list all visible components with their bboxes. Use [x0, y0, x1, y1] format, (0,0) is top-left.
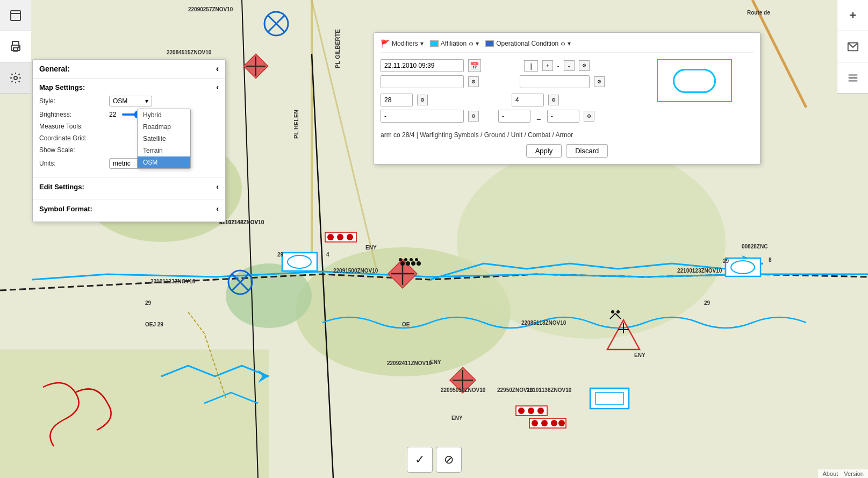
measure-row: Measure Tools:	[39, 123, 219, 130]
svg-point-52	[399, 258, 402, 261]
svg-point-12	[288, 255, 311, 268]
svg-text:PL HELEN: PL HELEN	[293, 110, 299, 139]
datetime-row: 22.11.2010 09:39 📅 | + - - ⚙	[381, 59, 630, 72]
list-button[interactable]	[837, 62, 868, 94]
map-settings-header[interactable]: Map Settings: ‹	[39, 83, 219, 91]
map-label-3: 22101123ZNOV10	[150, 279, 195, 284]
confirm-button[interactable]: ✓	[407, 447, 433, 473]
dropdown-osm[interactable]: OSM	[138, 156, 190, 168]
num-29d: 29	[723, 258, 729, 264]
settings-button[interactable]	[0, 62, 31, 94]
affiliation-label: Affiliation	[441, 40, 467, 47]
map-label-11: 00828ZNC	[742, 244, 767, 249]
map-label-6: 22085118ZNOV10	[521, 320, 566, 326]
discard-button[interactable]: Discard	[566, 144, 608, 158]
scale-label: Show Scale:	[39, 146, 109, 154]
version-link[interactable]: Version	[844, 470, 864, 477]
panel-title: General:	[39, 65, 70, 73]
about-link[interactable]: About	[822, 470, 838, 477]
dropdown-satellite[interactable]: Satellite	[138, 133, 190, 145]
operational-tool[interactable]: Operational Condition ⚙ ▾	[485, 40, 571, 47]
action-buttons: Apply Discard	[381, 144, 754, 158]
operational-dropdown[interactable]: ▾	[568, 40, 571, 47]
coord-label: Coordinate Grid:	[39, 134, 109, 142]
plus-adj-1[interactable]: +	[542, 60, 553, 71]
brightness-label: Brightness:	[39, 111, 109, 118]
eny-4: ENY	[451, 415, 463, 421]
units-row: Units: metric ▾	[39, 158, 219, 169]
svg-point-34	[337, 234, 343, 240]
modifiers-dropdown[interactable]: ▾	[420, 40, 424, 47]
spacer1	[501, 62, 509, 70]
map-settings-collapse[interactable]: ‹	[216, 83, 219, 91]
field-2a[interactable]	[381, 75, 464, 88]
small-adj-1[interactable]: ⚙	[579, 60, 590, 71]
dropdown-roadmap[interactable]: Roadmap	[138, 121, 190, 133]
symbol-format-header[interactable]: Symbol Format: ‹	[39, 204, 219, 213]
calendar-button[interactable]: 📅	[468, 59, 481, 72]
cancel-button[interactable]: ⊘	[436, 447, 462, 473]
new-window-button[interactable]	[0, 0, 31, 31]
edit-settings-header[interactable]: Edit Settings: ‹	[39, 182, 219, 191]
style-select[interactable]: OSM ▾	[109, 96, 152, 106]
minus-adj-1[interactable]: -	[564, 60, 575, 71]
quantity-input[interactable]: 28	[381, 94, 413, 106]
svg-text:PL GILBERTE: PL GILBERTE	[334, 29, 341, 68]
style-row: Style: OSM ▾	[39, 96, 219, 106]
plus-button[interactable]: +	[837, 0, 868, 31]
affiliation-setting[interactable]: ⚙	[469, 41, 474, 47]
dash-field-2[interactable]: -	[498, 110, 530, 123]
svg-point-69	[14, 76, 17, 80]
adj-2a[interactable]: ⚙	[468, 76, 479, 87]
symbol-shape	[673, 69, 716, 93]
mail-button[interactable]	[837, 31, 868, 62]
map-label-5: 22091500ZNOV10	[333, 268, 378, 274]
dash-field-1[interactable]: -	[381, 110, 464, 123]
quantity-adj[interactable]: ⚙	[417, 95, 428, 105]
breadcrumb: arm co 28/4 | Warfighting Symbols / Grou…	[381, 131, 754, 139]
sep-dash: _	[537, 112, 541, 120]
modifiers-tool[interactable]: 🚩 Modifiers ▾	[381, 39, 424, 48]
symbol-editor-panel: 🚩 Modifiers ▾ Affiliation ⚙ ▾ Operationa…	[374, 32, 761, 165]
datetime-input[interactable]: 22.11.2010 09:39	[381, 59, 464, 72]
symbol-format-collapse[interactable]: ‹	[216, 204, 219, 213]
affiliation-tool[interactable]: Affiliation ⚙ ▾	[430, 40, 479, 47]
size-adj[interactable]: ⚙	[548, 95, 559, 105]
style-label: Style:	[39, 97, 109, 105]
svg-point-35	[347, 234, 353, 240]
dash-adj-1[interactable]: ⚙	[468, 111, 479, 122]
num-8: 8	[769, 257, 772, 263]
edit-settings-collapse[interactable]: ‹	[216, 182, 219, 191]
operational-setting[interactable]: ⚙	[561, 41, 565, 47]
print-button[interactable]	[0, 31, 31, 62]
units-label: Units:	[39, 160, 109, 167]
edit-settings-label: Edit Settings:	[39, 183, 84, 191]
dropdown-hybrid[interactable]: Hybrid	[138, 109, 190, 121]
svg-point-36	[400, 261, 405, 266]
scale-row: Show Scale:	[39, 146, 219, 154]
eny-2: ENY	[430, 359, 441, 365]
symbol-format-section: Symbol Format: ‹	[33, 200, 225, 222]
num-29c: 29	[704, 300, 710, 306]
svg-point-68	[18, 47, 19, 48]
symbol-preview-area	[635, 59, 754, 126]
svg-rect-65	[12, 41, 19, 45]
eny-3: ENY	[634, 352, 645, 358]
field-2b[interactable]	[520, 75, 590, 88]
dash-adj-2[interactable]: ⚙	[584, 111, 594, 122]
map-settings-section: Map Settings: ‹ Style: OSM ▾ Brightness:…	[33, 79, 225, 178]
svg-point-58	[611, 310, 614, 313]
panel-collapse-icon[interactable]: ‹	[216, 64, 219, 74]
adj-2b[interactable]: ⚙	[594, 76, 605, 87]
panel-header[interactable]: General: ‹	[33, 60, 225, 79]
map-label-4b: 82102144ZNOV10	[219, 219, 264, 225]
apply-button[interactable]: Apply	[526, 144, 562, 158]
svg-point-39	[417, 261, 421, 266]
size-input[interactable]: 4	[512, 94, 544, 106]
symbol-fields: 22.11.2010 09:39 📅 | + - - ⚙ ⚙ ⚙	[381, 59, 630, 126]
dash-field-3[interactable]	[547, 110, 579, 123]
dropdown-terrain[interactable]: Terrain	[138, 145, 190, 156]
sep1: -	[557, 62, 559, 69]
affiliation-dropdown[interactable]: ▾	[476, 40, 479, 47]
oe-label2: OE	[402, 322, 410, 327]
